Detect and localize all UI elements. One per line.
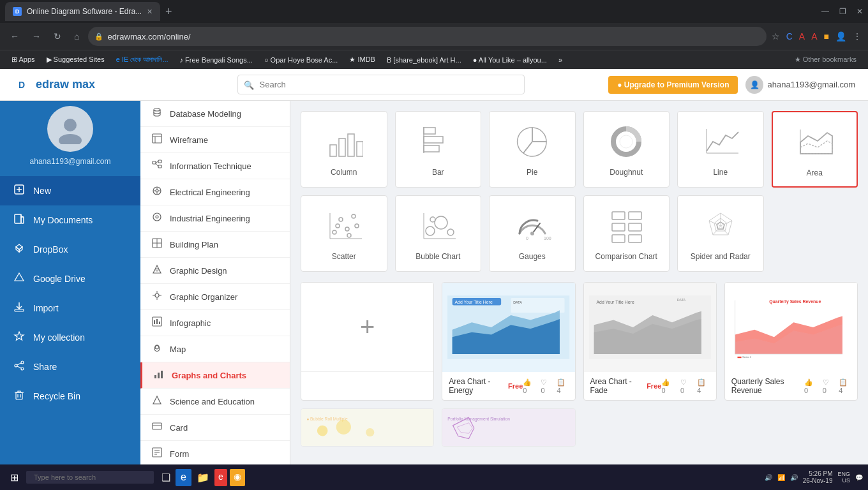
template-area-energy[interactable]: Add Your Title Here DATA Area Chart - En… — [442, 282, 575, 401]
svg-rect-68 — [357, 142, 363, 156]
file-explorer-icon[interactable]: 📁 — [194, 469, 212, 486]
svg-line-18 — [17, 366, 21, 368]
chart-type-area[interactable]: Area — [772, 111, 858, 188]
taskview-icon[interactable]: ❑ — [159, 469, 173, 486]
template-placeholder1[interactable]: ● Bubble Roll Multiple — [301, 408, 434, 447]
svg-line-112 — [713, 226, 721, 235]
pie-chart-icon — [510, 119, 555, 164]
chart-type-scatter[interactable]: Scatter — [301, 195, 387, 272]
category-database-modeling[interactable]: Database Modeling — [140, 101, 290, 127]
user-profile-icon[interactable]: 👤 — [835, 31, 846, 41]
svg-point-23 — [154, 108, 160, 111]
extension-icon-2[interactable]: A — [799, 31, 805, 41]
category-building-plan[interactable]: Building Plan — [140, 232, 290, 258]
sidebar-item-new[interactable]: New — [0, 176, 140, 205]
content-area: Column Bar — [290, 101, 868, 464]
address-input[interactable] — [88, 27, 766, 46]
category-electrical-engineering[interactable]: Electrical Engineering — [140, 179, 290, 205]
new-icon — [13, 184, 26, 198]
address-bar-wrapper: 🔒 — [88, 27, 766, 46]
notification-icon[interactable]: 💬 — [855, 474, 863, 481]
bookmark-imdb[interactable]: ★ IMDB — [344, 54, 380, 65]
edge-taskbar-icon[interactable]: e — [214, 469, 227, 486]
speaker-icon[interactable]: 🔊 — [790, 474, 798, 481]
sidebar-item-share[interactable]: Share — [0, 352, 140, 382]
category-industrial-engineering[interactable]: Industrial Engineering — [140, 205, 290, 232]
map-icon — [151, 343, 163, 355]
category-science-and-education[interactable]: Science and Education — [140, 389, 290, 415]
new-tab-button[interactable]: + — [165, 5, 172, 19]
wifi-icon[interactable]: 📶 — [777, 474, 785, 481]
windows-search-input[interactable] — [26, 471, 154, 484]
sidebar-item-my-documents[interactable]: My Documents — [0, 205, 140, 235]
svg-point-45 — [155, 293, 159, 297]
template-quarterly[interactable]: Quarterly Sales Revenue Series 1 Quarter… — [724, 282, 858, 401]
category-graphic-design[interactable]: Graphic Design — [140, 258, 290, 284]
reload-button[interactable]: ↻ — [50, 29, 65, 44]
chart-type-doughnut[interactable]: Doughnut — [583, 111, 670, 188]
sidebar-item-dropbox[interactable]: DropBox — [0, 235, 140, 264]
bookmark-apps[interactable]: ⊞ Apps — [6, 54, 40, 65]
minimize-btn[interactable]: — — [821, 7, 829, 16]
browser-tab[interactable]: D Online Diagram Software - Edra... ✕ — [5, 2, 160, 21]
svg-rect-6 — [21, 217, 24, 223]
start-button[interactable]: ⊞ — [5, 469, 24, 486]
svg-point-16 — [21, 368, 24, 370]
category-form[interactable]: Form — [140, 441, 290, 464]
category-card[interactable]: Card — [140, 415, 290, 441]
category-graphs-and-charts[interactable]: Graphs and Charts — [140, 362, 290, 389]
bookmark-star-icon[interactable]: ☆ — [772, 31, 780, 41]
template-energy-footer: Area Chart - Energy Free 👍 0 ♡ 0 📋 4 — [442, 372, 574, 400]
bookmark-share[interactable]: B [share_ebook] Art H... — [382, 55, 467, 65]
chart-type-bubble[interactable]: Bubble Chart — [395, 195, 482, 272]
extension-icon-1[interactable]: C — [786, 31, 793, 41]
chart-type-gauges[interactable]: 0 100 Gauges — [489, 195, 576, 272]
network-icon[interactable]: 🔊 — [765, 474, 772, 481]
sidebar-label-import: Import — [33, 303, 59, 313]
back-button[interactable]: ← — [6, 29, 23, 44]
chart-type-line[interactable]: Line — [677, 111, 764, 188]
sidebar-item-google-drive[interactable]: Google Drive — [0, 264, 140, 293]
category-map[interactable]: Map — [140, 336, 290, 362]
chart-type-pie[interactable]: Pie — [489, 111, 576, 188]
svg-rect-71 — [424, 145, 439, 152]
template-blank[interactable]: + — [301, 282, 434, 401]
bookmark-suggested[interactable]: ▶ Suggested Sites — [41, 54, 110, 65]
close-btn[interactable]: ✕ — [857, 7, 863, 16]
menu-icon[interactable]: ⋮ — [853, 31, 862, 41]
forward-button[interactable]: → — [28, 29, 45, 44]
svg-rect-132 — [737, 357, 741, 358]
category-wireframe[interactable]: Wireframe — [140, 127, 290, 153]
home-button[interactable]: ⌂ — [70, 29, 83, 44]
template-area-fade[interactable]: Add Your Title Here DATA Area Chart - Fa… — [583, 282, 717, 401]
chrome-taskbar-icon[interactable]: ◉ — [230, 469, 245, 486]
sidebar-item-recycle-bin[interactable]: Recycle Bin — [0, 382, 140, 411]
tab-close-btn[interactable]: ✕ — [147, 8, 153, 16]
sidebar-item-import[interactable]: Import — [0, 293, 140, 323]
category-information-technique[interactable]: Information Technique — [140, 153, 290, 179]
bookmark-other[interactable]: ★ Other bookmarks — [789, 54, 862, 65]
bookmark-ie[interactable]: e IE থেকে আমাদানি... — [111, 54, 174, 65]
upgrade-button[interactable]: ● Upgrade to Premium Version — [608, 76, 738, 94]
template-placeholder2[interactable]: Portfolio Management Simulation — [442, 408, 575, 447]
chart-type-comparison[interactable]: Comparison Chart — [583, 195, 670, 272]
search-input[interactable] — [237, 75, 525, 94]
sidebar-item-my-collection[interactable]: My collection — [0, 323, 140, 352]
extension-icon-3[interactable]: A — [811, 31, 817, 41]
extension-icon-4[interactable]: ■ — [824, 31, 829, 41]
bookmark-allyou[interactable]: ● All You Like – allyou... — [468, 55, 552, 65]
chart-type-bar[interactable]: Bar — [395, 111, 482, 188]
category-graphic-organizer[interactable]: Graphic Organizer — [140, 284, 290, 310]
category-building-plan-label: Building Plan — [170, 240, 218, 249]
bookmark-opar[interactable]: ○ Opar Hoye Bose Ac... — [259, 55, 343, 65]
svg-line-111 — [721, 226, 728, 235]
svg-point-84 — [352, 214, 355, 218]
chart-type-column[interactable]: Column — [301, 111, 387, 188]
browser-taskbar-icon[interactable]: e — [176, 469, 191, 486]
chart-type-spider[interactable]: Spider and Radar — [677, 195, 764, 272]
bookmark-more[interactable]: » — [553, 55, 567, 65]
sidebar-label-my-documents: My Documents — [33, 215, 93, 225]
category-infographic[interactable]: Infographic — [140, 310, 290, 336]
maximize-btn[interactable]: ❐ — [839, 7, 846, 16]
bookmark-bengali[interactable]: ♪ Free Bengali Songs... — [175, 55, 258, 65]
